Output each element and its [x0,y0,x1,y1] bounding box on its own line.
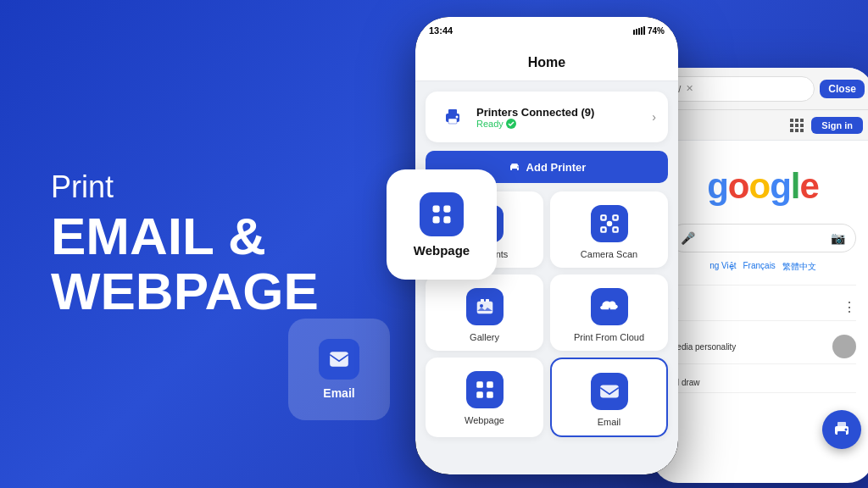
webpage-floating-card[interactable]: Webpage [387,169,497,280]
svg-rect-12 [448,119,457,124]
email-card-icon [319,339,359,380]
svg-rect-39 [790,119,793,122]
svg-rect-36 [476,391,483,398]
print-from-cloud-label: Print From Cloud [574,332,644,342]
lang-zh[interactable]: 繁體中文 [782,261,816,273]
email-card-label: Email [323,386,354,400]
grid-item-gallery[interactable]: Gallery [426,274,543,351]
webpage-bottom-label: Webpage [465,415,504,425]
print-fab-button[interactable] [822,410,861,449]
add-printer-label: Add Printer [526,161,587,174]
svg-point-18 [517,166,519,168]
printer-ready-text: Ready [476,119,504,129]
browser-address-bar: m/ ✕ Close [653,68,868,110]
svg-rect-0 [330,352,348,366]
lang-fr[interactable]: Français [743,261,776,273]
svg-point-28 [606,221,612,227]
more-icon-1[interactable]: ⋮ [843,299,856,315]
gallery-label: Gallery [470,332,499,342]
svg-rect-50 [837,431,846,436]
lang-vi[interactable]: ng Việt [709,261,736,273]
svg-rect-24 [601,215,605,219]
print-label: Print [51,169,319,205]
gallery-icon [466,288,504,325]
svg-rect-3 [433,216,440,223]
email-icon [591,373,628,410]
divider [670,285,856,286]
svg-rect-38 [600,385,619,397]
search-bar[interactable]: 🎤 📷 [670,224,856,252]
svg-rect-5 [633,30,635,35]
grid-item-email[interactable]: Email [550,358,668,437]
webpage-card-icon [420,192,464,236]
list-item-text-2: media personality [670,342,736,352]
browser-list-item-3[interactable]: nd draw [670,373,856,393]
phone-status-icons: 74% [633,26,665,36]
svg-rect-47 [800,129,804,132]
browser-toolbar: Sign in [653,110,868,141]
svg-rect-11 [448,109,457,114]
headline-line1: EMAIL & [51,208,319,263]
svg-rect-8 [641,27,643,35]
close-x-icon[interactable]: ✕ [686,83,693,94]
svg-rect-26 [601,227,605,231]
url-box[interactable]: m/ ✕ [661,76,815,102]
svg-rect-1 [433,205,440,212]
sign-in-button[interactable]: Sign in [811,117,863,134]
svg-point-31 [480,304,483,308]
svg-rect-9 [643,26,645,35]
svg-rect-40 [795,119,798,122]
grid-item-camera-scan[interactable]: Camera Scan [550,191,668,268]
webpage-icon [466,371,504,408]
svg-rect-17 [512,169,517,172]
svg-rect-4 [443,216,450,223]
svg-rect-29 [477,302,492,313]
email-bottom-label: Email [598,417,621,427]
browser-content: google 🎤 📷 ng Việt Français 繁體中文 es ⋮ me… [653,141,868,410]
svg-rect-2 [443,205,450,212]
phone-battery: 74% [648,26,665,36]
cloud-icon [591,288,628,325]
language-links: ng Việt Français 繁體中文 [709,261,816,273]
grid-item-webpage[interactable]: Webpage [426,358,543,437]
phone-status-bar: 13:44 74% [415,17,678,44]
search-mic-icon: 🎤 [681,231,695,245]
phone-header: Home [415,44,678,81]
phone-time: 13:44 [429,25,453,36]
svg-rect-37 [487,391,493,398]
printer-icon [437,102,468,132]
email-floating-card[interactable]: Email [288,319,390,420]
svg-point-13 [456,116,459,119]
svg-rect-7 [638,28,640,35]
camera-scan-icon [591,205,628,242]
headline-line2: WEBPAGE [51,263,319,319]
grid-item-print-from-cloud[interactable]: Print From Cloud [550,274,668,351]
printer-title: Printers Connected (9) [476,106,643,119]
svg-rect-35 [487,381,493,388]
browser-mockup: m/ ✕ Close Sign in google 🎤 📷 ng Việt [653,68,868,483]
svg-rect-42 [790,124,793,127]
svg-rect-43 [795,124,798,127]
camera-scan-label: Camera Scan [581,249,637,259]
svg-rect-44 [800,124,804,127]
grid-icon [789,118,804,133]
chevron-down-icon: › [652,110,656,124]
svg-rect-27 [613,227,617,231]
svg-rect-25 [613,215,617,219]
svg-rect-33 [486,299,489,302]
svg-rect-32 [481,299,484,302]
svg-rect-46 [795,129,798,132]
left-section: Print EMAIL & WEBPAGE [51,169,319,319]
browser-close-button[interactable]: Close [820,80,865,98]
printer-info: Printers Connected (9) Ready [476,106,643,129]
avatar-1 [832,335,856,358]
printer-card[interactable]: Printers Connected (9) Ready › [426,92,668,142]
search-camera-icon: 📷 [831,231,845,245]
headline: EMAIL & WEBPAGE [51,208,319,319]
browser-list-item-2[interactable]: media personality [670,330,856,364]
svg-rect-34 [476,381,483,388]
phone-header-title: Home [528,55,565,70]
webpage-card-label: Webpage [414,243,470,258]
browser-list-item-1[interactable]: es ⋮ [670,294,856,321]
google-logo: google [707,166,819,207]
